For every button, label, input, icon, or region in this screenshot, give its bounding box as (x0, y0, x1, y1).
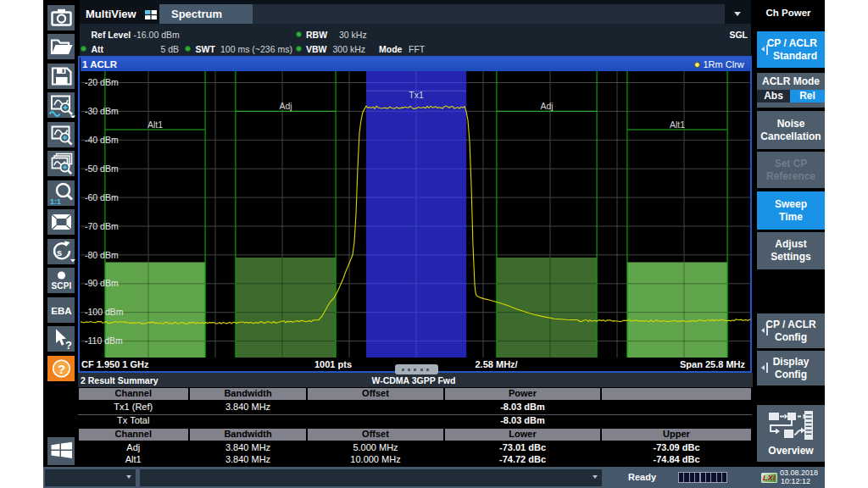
svg-text:Adj: Adj (279, 100, 292, 110)
svg-text:Alt1: Alt1 (147, 119, 163, 129)
svg-text:Tx1: Tx1 (409, 90, 424, 100)
svg-text:Adj: Adj (540, 100, 553, 110)
svg-text:-100 dBm: -100 dBm (85, 307, 124, 317)
svg-text:?: ? (57, 361, 64, 375)
svg-text:-60 dBm: -60 dBm (85, 191, 119, 202)
svg-text:SCPI: SCPI (51, 281, 71, 291)
svg-text:-80 dBm: -80 dBm (85, 249, 119, 259)
svg-text:EBA: EBA (51, 305, 71, 315)
svg-text:-50 dBm: -50 dBm (85, 163, 119, 173)
svg-text:-70 dBm: -70 dBm (85, 220, 119, 230)
svg-text:-90 dBm: -90 dBm (85, 278, 119, 288)
svg-text:s: s (56, 247, 61, 257)
svg-text:-40 dBm: -40 dBm (85, 134, 119, 144)
svg-text:Alt1: Alt1 (670, 119, 685, 129)
svg-text:-110 dBm: -110 dBm (85, 336, 123, 346)
svg-text:?: ? (65, 339, 72, 352)
svg-text:-30 dBm: -30 dBm (85, 106, 119, 116)
svg-text:1:1: 1:1 (50, 197, 61, 205)
svg-text:-20 dBm: -20 dBm (85, 77, 119, 87)
